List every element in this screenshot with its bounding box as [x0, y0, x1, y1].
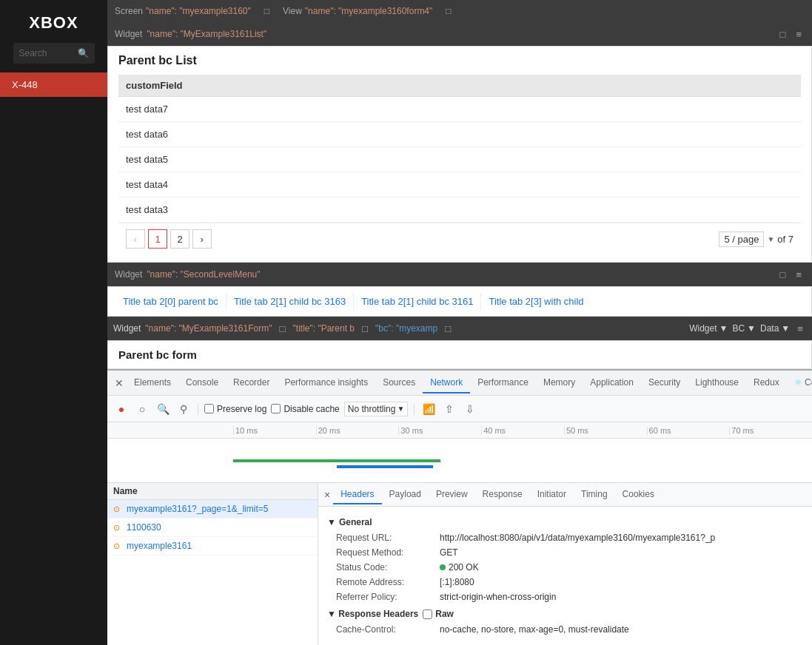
- list-row[interactable]: test data7: [118, 97, 801, 122]
- cache-control-label: Cache-Control:: [336, 624, 440, 635]
- detail-tab-preview[interactable]: Preview: [429, 485, 475, 504]
- throttle-select[interactable]: No throttling ▼: [344, 402, 409, 416]
- form-title-attr: "title": "Parent b: [293, 323, 355, 334]
- pagination-right: 5 / page ▼ of 7: [719, 232, 793, 247]
- detail-tab-headers[interactable]: Headers: [333, 485, 381, 504]
- detail-tab-payload[interactable]: Payload: [382, 485, 429, 504]
- tab-network[interactable]: Network: [423, 373, 470, 394]
- request-row-0[interactable]: ⊙ myexample3161?_page=1&_limit=5: [107, 500, 318, 519]
- request-row-1[interactable]: ⊙ 1100630: [107, 519, 318, 537]
- screen-item: Screen "name": "myexample3160": [115, 6, 251, 16]
- form-title-copy-btn[interactable]: □: [359, 322, 371, 336]
- general-section-header[interactable]: ▼ General: [327, 513, 803, 530]
- import-btn[interactable]: ⇧: [441, 401, 457, 417]
- tab-security[interactable]: Security: [641, 373, 688, 394]
- raw-checkbox-label: Raw: [423, 609, 454, 619]
- sidebar-item-x448[interactable]: X-448: [0, 72, 107, 97]
- search-box[interactable]: Search 🔍: [13, 43, 95, 64]
- menu-panel: Title tab 2[0] parent bc Title tab 2[1] …: [107, 286, 812, 317]
- view-label: View: [283, 6, 302, 16]
- widget-list-menu-btn[interactable]: ≡: [793, 27, 805, 41]
- list-row[interactable]: test data5: [118, 147, 801, 172]
- list-row[interactable]: test data3: [118, 197, 801, 223]
- widget-list-copy-btn[interactable]: □: [777, 27, 789, 41]
- detail-tab-response[interactable]: Response: [475, 485, 530, 504]
- search-btn[interactable]: ⚲: [175, 401, 192, 417]
- list-pagination: ‹ 1 2 › 5 / page ▼ of 7: [118, 223, 801, 254]
- tab-lighthouse[interactable]: Lighthouse: [688, 373, 746, 394]
- widget-form-bar: Widget "name": "MyExample3161Form" □ "ti…: [107, 317, 812, 340]
- marker-70ms: 70 ms: [729, 426, 812, 435]
- status-dot: [440, 564, 446, 570]
- menu-tabs: Title tab 2[0] parent bc Title tab 2[1] …: [108, 287, 811, 316]
- tab-sources[interactable]: Sources: [375, 373, 423, 394]
- network-toolbar: ● ○ 🔍 ⚲ Preserve log Disable cache No th…: [107, 396, 812, 422]
- form-bc-attr: "bc": "myexamp: [375, 323, 437, 334]
- widget-dropdown[interactable]: Widget ▼: [689, 323, 728, 334]
- widget-menu-menu-btn[interactable]: ≡: [793, 268, 805, 282]
- tab-performance[interactable]: Performance: [470, 373, 536, 394]
- list-row[interactable]: test data4: [118, 172, 801, 197]
- widget-form-copy-btn[interactable]: □: [276, 322, 288, 336]
- tab-console[interactable]: Console: [178, 373, 226, 394]
- general-title: General: [339, 517, 372, 527]
- menu-tab-3[interactable]: Title tab 2[3] with child: [480, 293, 591, 310]
- widget-form-name: "name": "MyExample3161Form": [145, 323, 272, 334]
- export-btn[interactable]: ⇩: [462, 401, 478, 417]
- wifi-icon[interactable]: 📶: [420, 401, 437, 417]
- widget-menu-copy-btn[interactable]: □: [777, 268, 789, 282]
- view-name: "name": "myexample3160form4": [305, 6, 432, 16]
- preserve-log-checkbox[interactable]: [204, 404, 214, 413]
- tab-application[interactable]: Application: [583, 373, 641, 394]
- page-2-btn[interactable]: 2: [170, 229, 189, 249]
- tab-perf-insights[interactable]: Performance insights: [277, 373, 375, 394]
- screen-label: Screen: [115, 6, 143, 16]
- per-page-select[interactable]: 5 / page: [719, 232, 764, 247]
- devtools-close-btn[interactable]: ✕: [112, 377, 127, 389]
- filter-btn[interactable]: 🔍: [155, 401, 171, 417]
- request-row-2[interactable]: ⊙ myexample3161: [107, 537, 318, 555]
- list-row[interactable]: test data6: [118, 122, 801, 147]
- remote-address-value: [:1]:8080: [440, 577, 474, 587]
- raw-checkbox[interactable]: [423, 609, 432, 619]
- tab-components[interactable]: ⚛ Components: [787, 373, 812, 394]
- form-bc-copy-btn[interactable]: □: [442, 322, 454, 336]
- next-page-btn[interactable]: ›: [192, 229, 212, 249]
- raw-label: Raw: [435, 609, 454, 619]
- prev-page-btn[interactable]: ‹: [126, 229, 145, 249]
- resp-headers-section-header[interactable]: ▼ Response Headers Raw: [327, 604, 803, 622]
- clear-btn[interactable]: ○: [134, 401, 150, 417]
- divider-1: [198, 403, 198, 415]
- request-method-label: Request Method:: [336, 547, 440, 558]
- list-panel: Parent bc List customField test data7 te…: [107, 46, 812, 263]
- data-dropdown[interactable]: Data ▼: [760, 323, 790, 334]
- widget-menu-bar: Widget "name": "SecondLevelMenu" □ ≡: [107, 263, 812, 286]
- detail-tab-initiator[interactable]: Initiator: [530, 485, 574, 504]
- widget-form-label: Widget: [113, 323, 141, 334]
- menu-tab-2[interactable]: Title tab 2[1] child bc 3161: [353, 293, 480, 310]
- menu-tab-0[interactable]: Title tab 2[0] parent bc: [115, 293, 226, 310]
- tab-elements[interactable]: Elements: [127, 373, 178, 394]
- widget-list-label: Widget: [115, 29, 142, 39]
- devtools-panel: ✕ Elements Console Recorder Performance …: [107, 369, 812, 645]
- status-code-value: 200 OK: [440, 562, 479, 573]
- page-1-btn[interactable]: 1: [148, 229, 167, 249]
- disable-cache-checkbox[interactable]: [271, 404, 281, 413]
- remote-address-row: Remote Address: [:1]:8080: [327, 575, 803, 590]
- menu-tab-1[interactable]: Title tab 2[1] child bc 3163: [226, 293, 353, 310]
- request-icon-2: ⊙: [113, 541, 124, 551]
- tab-recorder[interactable]: Recorder: [226, 373, 277, 394]
- search-icon: 🔍: [78, 48, 89, 58]
- detail-tab-cookies[interactable]: Cookies: [615, 485, 662, 504]
- detail-close-btn[interactable]: ×: [324, 489, 330, 501]
- detail-tab-timing[interactable]: Timing: [574, 485, 615, 504]
- details-body: ▼ General Request URL: http://localhost:…: [318, 507, 812, 643]
- view-copy-icon[interactable]: □: [446, 6, 451, 16]
- record-btn[interactable]: ●: [113, 401, 130, 417]
- form-more-btn[interactable]: ≡: [794, 322, 806, 336]
- screen-copy-icon[interactable]: □: [264, 6, 269, 16]
- bc-dropdown[interactable]: BC ▼: [732, 323, 756, 334]
- request-url-label: Request URL:: [336, 533, 440, 543]
- tab-memory[interactable]: Memory: [536, 373, 583, 394]
- tab-redux[interactable]: Redux: [746, 373, 787, 394]
